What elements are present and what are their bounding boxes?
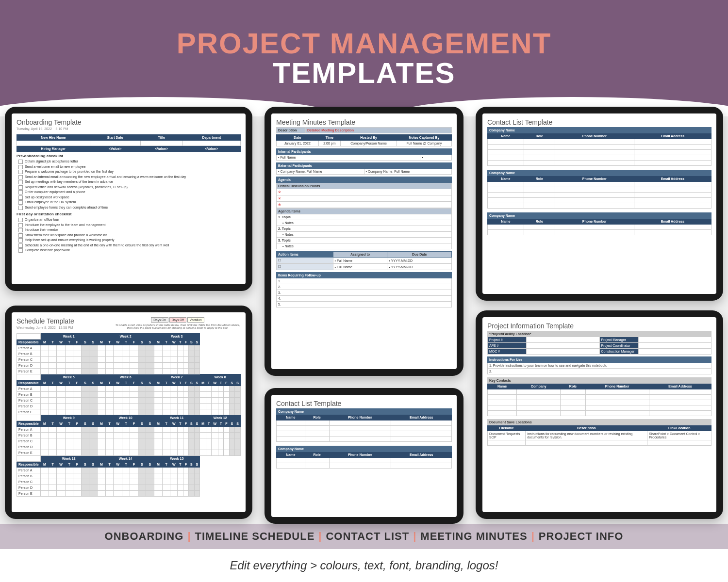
tablet-contact1: Contact List Template Company Name NameR… xyxy=(476,107,723,301)
onb-header-table: New Hire NameStart DateTitleDepartment H… xyxy=(17,134,241,152)
onb-list2: Organize an office tourIntroduce the emp… xyxy=(18,217,241,253)
onb-list1: Obtain signed job acceptance letterSend … xyxy=(18,159,241,210)
tablet-project: Project Information Template *Project/Fa… xyxy=(476,310,723,519)
tablet-onboarding: Onboarding Template Tuesday, April 19, 2… xyxy=(5,107,252,291)
tablet-meeting: Meeting Minutes Template DescriptionDeta… xyxy=(265,107,463,376)
onb-sect2: First day orientation checklist xyxy=(17,212,241,216)
cl2-block: Company Name NameRolePhone NumberEmail A… xyxy=(276,408,452,442)
sch-legend: Days OnDays OffVacation xyxy=(115,317,241,323)
hero: PROJECT MANAGEMENT TEMPLATES xyxy=(0,0,728,116)
hero-line1: PROJECT MANAGEMENT xyxy=(177,27,552,60)
tablet-contact2: Contact List Template Company Name NameR… xyxy=(265,388,463,524)
banner: ONBOARDING| TIMELINE SCHEDULE| CONTACT L… xyxy=(0,524,728,549)
onb-sect1: Pre-onboarding checklist xyxy=(17,154,241,158)
stage: Onboarding Template Tuesday, April 19, 2… xyxy=(0,116,728,524)
tagline: Edit everything > colours, text, font, b… xyxy=(0,549,728,582)
hero-line2: TEMPLATES xyxy=(273,56,456,90)
onb-title: Onboarding Template xyxy=(17,118,241,126)
schedule-table: Week 1Week 2Week 3ResponsibleMTWTFSSMTWT… xyxy=(17,333,241,497)
tablet-schedule: Schedule Template Wednesday, June 8, 202… xyxy=(5,306,252,519)
